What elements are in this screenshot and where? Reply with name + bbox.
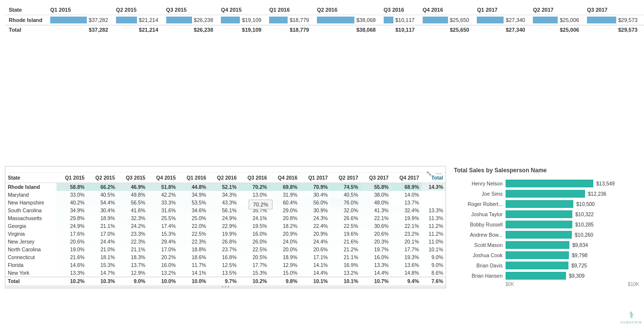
pct-cell: 17.6% [57, 230, 87, 238]
pct-value: 26.0% [253, 239, 267, 244]
pct-cell: 10.1% [422, 245, 446, 253]
pct-cell: 56.5% [117, 199, 148, 206]
pct-total-cell: 9.7% [209, 277, 239, 285]
pct-value: 11.0% [429, 239, 443, 244]
pct-cell: 25.0% [178, 214, 209, 222]
pct-cell: 24.9% [209, 214, 239, 222]
pct-cell: 26.8% [209, 238, 239, 245]
pct-cell: 69.8% [270, 183, 300, 191]
pct-cell: 34.9% [178, 191, 209, 199]
resize-dot-2 [225, 286, 226, 287]
chart-row-value: $9,798 [572, 252, 587, 258]
bar-rect [587, 17, 616, 23]
bar-inner: $38,068 [317, 17, 376, 23]
chart-row-label: Roger Robert... [454, 201, 503, 207]
pct-table-row: New Jersey20.6%24.4%22.3%29.4%22.3%26.8%… [5, 238, 446, 245]
pct-value: 19.9% [222, 231, 237, 237]
chart-row-label: Brian Hansen [454, 273, 503, 279]
pct-cell: 17.1% [300, 253, 330, 261]
pct-cell: 24.9% [57, 222, 87, 230]
pct-col-q12016: Q1 2016 [178, 173, 209, 183]
pct-cell: 29.0% [270, 206, 300, 214]
pct-col-q12017: Q1 2017 [300, 173, 330, 183]
pct-cell: 20.8% [270, 214, 300, 222]
top-row-cell: $25,006 [529, 15, 583, 25]
pct-value: 18.1% [100, 254, 115, 260]
pct-total-cell: 10.2% [239, 277, 269, 285]
top-row-cell: $22,793 [642, 15, 644, 25]
bar-chart-panel: Total Sales by Salesperson Name Henry Ne… [454, 166, 639, 288]
pct-cell: 14.3% [422, 183, 446, 191]
pct-total-cell: 9.0% [117, 277, 148, 285]
pct-value: 20.6% [313, 246, 328, 252]
top-total-label: Total [5, 25, 46, 35]
pct-value: 20.5% [253, 254, 267, 260]
pct-value: 15.0% [283, 270, 297, 276]
bar-inner: $21,214 [116, 17, 158, 23]
pct-total-row: Total10.2%10.3%9.0%10.0%10.0%9.7%10.2%9.… [5, 277, 446, 285]
pct-row-label: Rhode Island [5, 183, 57, 191]
pct-row-label: New Jersey [5, 238, 57, 245]
chart-bar [506, 190, 585, 198]
chart-bar [506, 210, 572, 218]
pct-value: 42.2% [161, 192, 176, 198]
pct-table-row: New York13.3%14.7%12.9%13.2%14.1%13.5%15… [5, 269, 446, 277]
pct-value: 56.5% [131, 200, 145, 205]
col-header-q32015: Q3 2015 [162, 5, 217, 15]
pct-value: 40.5% [100, 192, 115, 198]
pct-value: 18.9% [283, 254, 297, 260]
pct-value: 32.0% [344, 207, 358, 213]
pct-col-q42015: Q4 2015 [148, 173, 178, 183]
pct-value: 21.0% [100, 246, 115, 252]
pct-value: 30.6% [374, 223, 389, 229]
pct-cell: 12.5% [209, 261, 239, 269]
bar-inner: $37,282 [50, 17, 108, 23]
pct-cell: 17.7% [239, 261, 269, 269]
pct-value: 12.9% [131, 270, 145, 276]
resize-handle[interactable] [5, 285, 446, 288]
pct-value: 22.3% [192, 239, 206, 244]
pct-cell: 18.9% [87, 214, 117, 222]
pct-value: 14.1% [192, 270, 206, 276]
pct-value: 46.9% [131, 184, 145, 190]
bar-rect [269, 17, 288, 23]
pct-value: 22.0% [192, 223, 206, 229]
pct-value: 18.2% [283, 223, 297, 229]
pct-cell: 17.0% [148, 245, 178, 253]
pct-value: 20.1% [405, 239, 419, 244]
chart-row-label: Joshua Cook [454, 252, 503, 258]
bar-inner: $25,006 [533, 17, 579, 23]
pct-cell: 33.3% [148, 199, 178, 206]
pct-cell: 14.7% [87, 269, 117, 277]
pct-data-table: State Q1 2015 Q2 2015 Q3 2015 Q4 2015 Q1… [5, 173, 446, 285]
top-row-cell: $21,214 [112, 15, 162, 25]
pct-cell: 66.2% [87, 183, 117, 191]
bar-rect [221, 17, 240, 23]
pct-cell: 13.6% [391, 261, 421, 269]
pct-value: 18.6% [192, 254, 206, 260]
pct-cell: 13.3% [57, 269, 87, 277]
pct-value: 56.1% [222, 207, 237, 213]
pct-col-q32017: Q3 2017 [361, 173, 391, 183]
pct-value: 15.3% [161, 231, 176, 237]
pct-cell: 31.6% [148, 206, 178, 214]
col-header-state: State [5, 5, 46, 15]
top-row-cell: $10,117 [380, 15, 419, 25]
pct-value: 17.6% [70, 231, 85, 237]
pct-col-q22016: Q2 2016 [209, 173, 239, 183]
pct-cell: 23.2% [391, 230, 421, 238]
pct-cell: 18.1% [87, 253, 117, 261]
chart-row: Scott Mason $9,834 [454, 241, 639, 249]
pct-cell: 29.8% [57, 214, 87, 222]
pct-cell: 18.6% [178, 253, 209, 261]
chart-bar [506, 241, 569, 249]
col-header-q42015: Q4 2015 [217, 5, 265, 15]
pct-cell: 17.4% [148, 222, 178, 230]
bar-value: $18,779 [290, 17, 309, 23]
pct-cell: 68.9% [391, 183, 421, 191]
top-table-section: State Q1 2015 Q2 2015 Q3 2015 Q4 2015 Q1… [0, 0, 644, 34]
pct-value: 19.6% [344, 231, 358, 237]
pct-cell: 20.3% [361, 238, 391, 245]
pct-cell: 18.3% [117, 253, 148, 261]
pct-value: 24.4% [100, 239, 115, 244]
